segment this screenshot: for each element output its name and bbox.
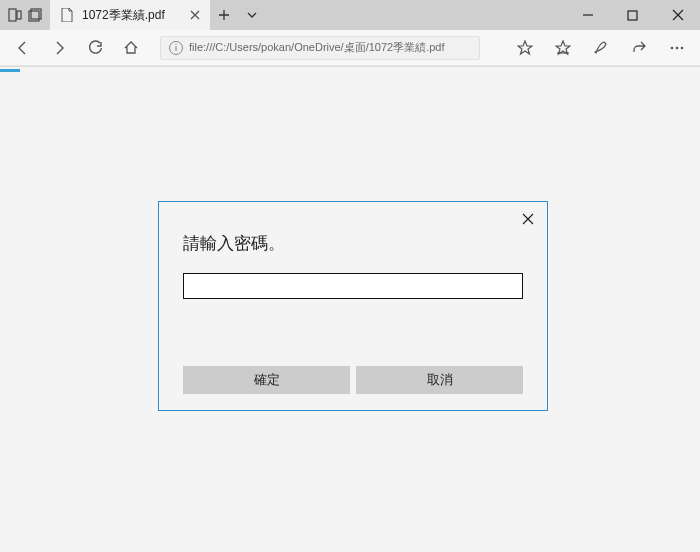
favorite-button[interactable]	[508, 34, 542, 62]
dialog-close-button[interactable]	[519, 210, 537, 228]
password-dialog: 請輸入密碼。 確定 取消	[158, 201, 548, 411]
dialog-title: 請輸入密碼。	[183, 232, 523, 255]
reading-list-button[interactable]	[546, 34, 580, 62]
tab-close-icon[interactable]	[188, 8, 202, 22]
more-button[interactable]	[660, 34, 694, 62]
page-content: 請輸入密碼。 確定 取消	[0, 66, 700, 552]
svg-point-6	[676, 46, 679, 49]
back-button[interactable]	[6, 34, 40, 62]
new-tab-button[interactable]	[210, 0, 238, 30]
share-button[interactable]	[622, 34, 656, 62]
notes-button[interactable]	[584, 34, 618, 62]
home-button[interactable]	[114, 34, 148, 62]
close-window-button[interactable]	[655, 0, 700, 30]
minimize-button[interactable]	[565, 0, 610, 30]
tab-preview-toggle-icon[interactable]	[238, 0, 266, 30]
forward-button[interactable]	[42, 34, 76, 62]
show-tabs-icon[interactable]	[28, 8, 42, 22]
svg-rect-1	[17, 11, 21, 19]
set-aside-tabs-icon[interactable]	[8, 8, 22, 22]
browser-tab[interactable]: 1072季業績.pdf	[50, 0, 210, 30]
file-icon	[60, 8, 74, 22]
svg-point-5	[671, 46, 674, 49]
site-info-icon[interactable]: i	[169, 41, 183, 55]
refresh-button[interactable]	[78, 34, 112, 62]
titlebar-left-icons	[0, 0, 50, 30]
page-edge-indicator	[0, 69, 20, 72]
toolbar-right	[508, 34, 694, 62]
password-input[interactable]	[183, 273, 523, 299]
window-controls	[565, 0, 700, 30]
tab-title: 1072季業績.pdf	[82, 7, 165, 24]
cancel-button[interactable]: 取消	[356, 366, 523, 394]
svg-rect-4	[628, 11, 637, 20]
address-text: file:///C:/Users/pokan/OneDrive/桌面/1072季…	[189, 40, 445, 55]
address-bar[interactable]: i file:///C:/Users/pokan/OneDrive/桌面/107…	[160, 36, 480, 60]
titlebar: 1072季業績.pdf	[0, 0, 700, 30]
ok-button[interactable]: 確定	[183, 366, 350, 394]
maximize-button[interactable]	[610, 0, 655, 30]
svg-point-7	[681, 46, 684, 49]
svg-rect-0	[9, 9, 16, 21]
browser-toolbar: i file:///C:/Users/pokan/OneDrive/桌面/107…	[0, 30, 700, 66]
